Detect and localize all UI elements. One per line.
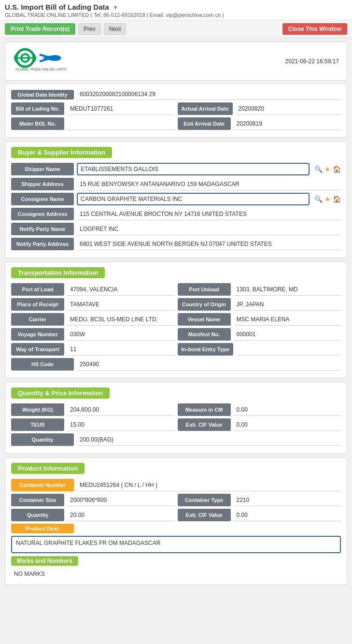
container-size-type-row: Container Size 2000*806*800 Container Ty… bbox=[11, 494, 341, 506]
way-of-transport-col: Way of Transport 11 bbox=[11, 343, 175, 356]
carrier-vessel-row: Carrier MEDU, BCSL US-MED LINE LTD. Vess… bbox=[11, 313, 341, 326]
timestamp: 2021-06-22 16:59:17 bbox=[285, 58, 339, 65]
measure-in-cm-label: Measure in CM bbox=[178, 403, 231, 416]
top-bar: U.S. Import Bill of Lading Data ▼ GLOBAL… bbox=[0, 0, 352, 20]
container-number-label: Container Number bbox=[11, 479, 74, 491]
global-data-identity-label: Global Data Identity bbox=[11, 90, 74, 100]
actual-arrival-value: 20200820 bbox=[236, 102, 341, 115]
weight-measure-row: Weight (KG) 204,800.00 Measure in CM 0.0… bbox=[11, 403, 341, 416]
mater-esti-row: Mater BOL No. Esti Arrival Date 20200819 bbox=[11, 117, 341, 130]
main-content: GLOBAL TRADE ONLINE LIMITED 2021-06-22 1… bbox=[0, 38, 352, 592]
voyage-number-label: Voyage Number bbox=[11, 328, 64, 341]
title-arrow-icon[interactable]: ▼ bbox=[113, 4, 118, 11]
bill-of-lading-label: Bill of Lading No. bbox=[11, 102, 64, 115]
container-size-value: 2000*806*800 bbox=[67, 494, 175, 506]
vessel-name-value: MSC MARIA ELENA bbox=[234, 313, 341, 326]
quantity-price-card: Quantity & Price Information Weight (KG)… bbox=[5, 382, 347, 454]
place-of-receipt-col: Place of Receipt TAMATAVE bbox=[11, 298, 175, 311]
shipper-address-label: Shipper Address bbox=[11, 178, 74, 190]
vessel-name-label: Vessel Name bbox=[178, 313, 231, 326]
product-qty-cif-row: Quantity 20.00 Esti. CIF Value 0.00 bbox=[11, 509, 341, 521]
measure-in-cm-value: 0.00 bbox=[234, 403, 341, 416]
teus-cif-row: TEUS 15.00 Esti. CIF Value 0.00 bbox=[11, 418, 341, 431]
port-load-unload-row: Port of Load 47094, VALENCIA Port Unload… bbox=[11, 283, 341, 296]
product-desc-value: NATURAL GRAPHITE FLAKES FR OM MADAGASCAR bbox=[11, 536, 341, 553]
in-bond-entry-value bbox=[236, 343, 341, 356]
consignee-search-icon[interactable]: 🔍 bbox=[314, 195, 323, 203]
consignee-home-icon[interactable]: 🏠 bbox=[333, 195, 341, 203]
container-size-label: Container Size bbox=[11, 494, 64, 506]
esti-cif-qp-value: 0.00 bbox=[234, 418, 341, 431]
no-marks-value: NO MARKS bbox=[11, 569, 341, 579]
consignee-address-row: Consignee Address 115 CENTRAL AVENUE BRO… bbox=[11, 208, 341, 220]
product-quantity-label: Quantity bbox=[11, 509, 64, 521]
next-button[interactable]: Next bbox=[104, 23, 127, 35]
bill-arrival-row: Bill of Lading No. MEDUT1077261 Actual A… bbox=[11, 102, 341, 115]
hs-code-row: HS Code 250490 bbox=[11, 358, 341, 371]
product-info-card: Product Information Container Number MED… bbox=[5, 458, 347, 585]
buyer-supplier-header: Buyer & Supplier Information bbox=[11, 147, 112, 158]
shipper-name-row: Shipper Name ETABLISSEMENTS GALLOIS 🔍 ★ … bbox=[11, 163, 341, 175]
container-number-row: Container Number MEDU2451264 ( CN / L / … bbox=[11, 479, 341, 491]
product-quantity-value: 20.00 bbox=[67, 509, 175, 521]
voyage-number-col: Voyage Number 030W bbox=[11, 328, 175, 341]
consignee-star-icon[interactable]: ★ bbox=[324, 195, 331, 203]
global-data-identity-row: Global Data Identity 6003202000821000061… bbox=[11, 89, 341, 100]
voyage-number-value: 030W bbox=[67, 328, 175, 341]
port-unload-label: Port Unload bbox=[178, 283, 231, 296]
place-of-receipt-value: TAMATAVE bbox=[67, 298, 175, 311]
weight-kg-label: Weight (KG) bbox=[11, 403, 64, 416]
port-of-load-value: 47094, VALENCIA bbox=[67, 283, 175, 296]
vessel-name-col: Vessel Name MSC MARIA ELENA bbox=[178, 313, 341, 326]
shipper-home-icon[interactable]: 🏠 bbox=[333, 165, 341, 173]
print-button[interactable]: Print Trade Record(s) bbox=[5, 23, 75, 35]
teus-label: TEUS bbox=[11, 418, 64, 431]
carrier-col: Carrier MEDU, BCSL US-MED LINE LTD. bbox=[11, 313, 175, 326]
page-title: U.S. Import Bill of Lading Data bbox=[5, 3, 109, 11]
quantity-qp-label: Quantity bbox=[11, 433, 74, 446]
hs-code-label: HS Code bbox=[11, 358, 74, 371]
container-type-col: Container Type 2210 bbox=[178, 494, 341, 506]
teus-value: 15.00 bbox=[67, 418, 175, 431]
bill-of-lading-value: MEDUT1077261 bbox=[67, 102, 175, 115]
company-info: GLOBAL TRADE ONLINE LIMITED ( Tel: 86-51… bbox=[5, 12, 347, 18]
container-size-col: Container Size 2000*806*800 bbox=[11, 494, 175, 506]
close-button[interactable]: Close This Window bbox=[282, 23, 347, 35]
place-of-receipt-label: Place of Receipt bbox=[11, 298, 64, 311]
prev-button[interactable]: Prev bbox=[78, 23, 101, 35]
consignee-icons: 🔍 ★ 🏠 bbox=[314, 193, 341, 205]
country-of-origin-label: Country of Origin bbox=[178, 298, 231, 311]
country-of-origin-col: Country of Origin JP, JAPAN bbox=[178, 298, 341, 311]
in-bond-entry-col: In-bond Entry Type bbox=[178, 343, 341, 356]
buyer-supplier-card: Buyer & Supplier Information Shipper Nam… bbox=[5, 142, 347, 258]
esti-cif-qp-label: Esti. CIF Value bbox=[178, 418, 231, 431]
product-esti-cif-value: 0.00 bbox=[234, 509, 341, 521]
logo-area: GLOBAL TRADE ONLINE LIMITED 2021-06-22 1… bbox=[5, 42, 347, 81]
global-data-identity-value: 600320200082100006134 29 bbox=[77, 89, 341, 100]
shipper-star-icon[interactable]: ★ bbox=[324, 165, 331, 173]
esti-arrival-value: 20200819 bbox=[234, 117, 341, 130]
transportation-card: Transportation Information Port of Load … bbox=[5, 262, 347, 378]
product-esti-cif-label: Esti. CIF Value bbox=[178, 509, 231, 521]
product-desc-label-row: Product Desc bbox=[11, 524, 341, 533]
way-of-transport-value: 11 bbox=[67, 343, 175, 356]
actual-arrival-label: Actual Arrival Date bbox=[178, 102, 233, 115]
marks-and-numbers-label: Marks and Numbers bbox=[11, 556, 78, 566]
bill-of-lading-col: Bill of Lading No. MEDUT1077261 bbox=[11, 102, 175, 115]
shipper-icons: 🔍 ★ 🏠 bbox=[314, 163, 341, 175]
shipper-address-row: Shipper Address 15 RUE BENYOWSKY ANTANAN… bbox=[11, 178, 341, 190]
logo: GLOBAL TRADE ONLINE LIMITED bbox=[13, 47, 66, 75]
mater-bol-col: Mater BOL No. bbox=[11, 117, 175, 130]
carrier-value: MEDU, BCSL US-MED LINE LTD. bbox=[67, 313, 175, 326]
consignee-name-value: CARBON GRAPHITE MATERIALS INC bbox=[77, 193, 310, 205]
quantity-qp-row: Quantity 200.00(BAG) bbox=[11, 433, 341, 446]
manifest-no-col: Manifest No. 000001 bbox=[178, 328, 341, 341]
shipper-search-icon[interactable]: 🔍 bbox=[314, 165, 323, 173]
notify-party-name-row: Notify Party Name LOGFRET INC bbox=[11, 223, 341, 235]
in-bond-entry-label: In-bond Entry Type bbox=[178, 343, 233, 356]
shipper-name-value: ETABLISSEMENTS GALLOIS bbox=[77, 163, 310, 175]
mater-bol-value bbox=[67, 117, 175, 130]
manifest-no-label: Manifest No. bbox=[178, 328, 231, 341]
port-unload-col: Port Unload 1303, BALTIMORE, MD bbox=[178, 283, 341, 296]
weight-kg-col: Weight (KG) 204,800.00 bbox=[11, 403, 175, 416]
